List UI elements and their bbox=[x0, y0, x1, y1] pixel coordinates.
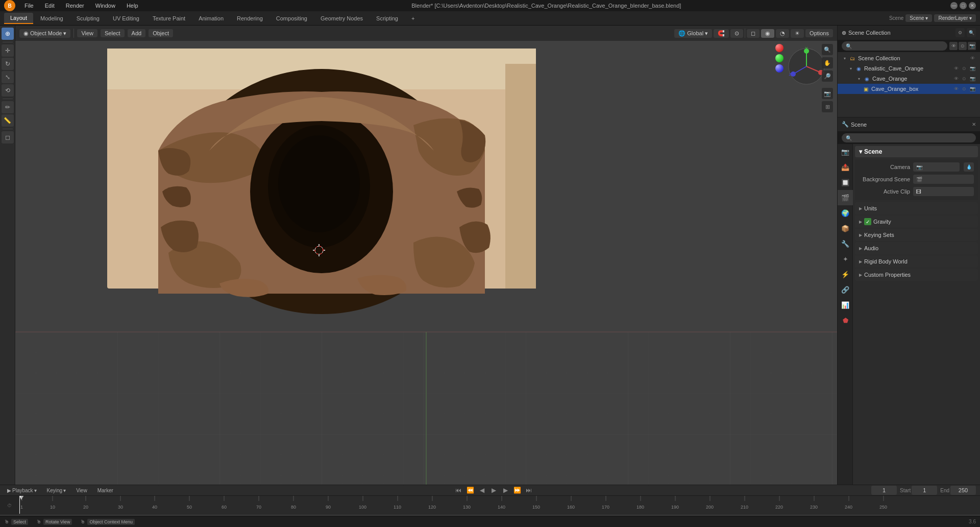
timeline-scrubber[interactable]: ⏱ 1 10 20 30 40 50 bbox=[0, 496, 980, 515]
scene-selector[interactable]: Scene ▾ bbox=[905, 14, 932, 22]
outliner-item-cave-orange[interactable]: ▾ ◉ Cave_Orange 👁 ⊙ 📷 bbox=[838, 74, 980, 84]
outliner-filter-sel[interactable]: ⊙ bbox=[959, 42, 967, 50]
prop-icon-output[interactable]: 📤 bbox=[838, 159, 853, 175]
outliner-filter-render[interactable]: 📷 bbox=[968, 42, 976, 50]
start-frame-input[interactable]: 1 bbox=[912, 486, 937, 495]
render-layer-selector[interactable]: RenderLayer ▾ bbox=[934, 14, 976, 22]
keying-menu[interactable]: Keying ▾ bbox=[44, 487, 69, 494]
prop-icon-material[interactable]: ⬟ bbox=[838, 313, 853, 328]
snap-btn[interactable]: 🧲 bbox=[714, 29, 729, 38]
viewport-camera-btn[interactable]: 📷 bbox=[822, 88, 833, 99]
prop-icon-view-layer[interactable]: 🔲 bbox=[838, 175, 853, 190]
outliner-vis-btn-2[interactable]: 👁 bbox=[952, 85, 960, 92]
add-cube-tool[interactable]: ◻ bbox=[2, 131, 14, 143]
title-menu-help[interactable]: Help bbox=[122, 2, 142, 10]
audio-section-header[interactable]: ▶ Audio bbox=[855, 242, 978, 254]
title-menu-file[interactable]: File bbox=[20, 2, 38, 10]
rotate-tool[interactable]: ↻ bbox=[2, 58, 14, 70]
step-fwd-btn[interactable]: ▶ bbox=[500, 485, 510, 495]
camera-eyedropper[interactable]: 💧 bbox=[964, 162, 974, 172]
tab-add[interactable]: + bbox=[405, 13, 421, 23]
outliner-vis-btn-0[interactable]: 👁 bbox=[952, 65, 960, 72]
prop-icon-render[interactable]: 📷 bbox=[838, 144, 853, 159]
viewport[interactable]: ◉ Object Mode ▾ View Select Add Object 🌐… bbox=[15, 26, 837, 485]
scene-section-header[interactable]: ▾ Scene bbox=[855, 146, 978, 157]
maximize-button[interactable]: □ bbox=[960, 2, 967, 9]
tab-compositing[interactable]: Compositing bbox=[270, 13, 313, 23]
title-menu-window[interactable]: Window bbox=[91, 2, 119, 10]
viewport-add-btn[interactable]: Add bbox=[128, 29, 146, 37]
prop-icon-data[interactable]: 📊 bbox=[838, 297, 853, 313]
tab-layout[interactable]: Layout bbox=[4, 13, 33, 24]
gravity-checkbox[interactable]: ✓ bbox=[864, 218, 871, 225]
marker-menu[interactable]: Marker bbox=[94, 487, 116, 494]
move-tool[interactable]: ✛ bbox=[2, 44, 14, 57]
annotate-tool[interactable]: ✏ bbox=[2, 101, 14, 113]
viewport-options-btn[interactable]: Options bbox=[805, 29, 833, 37]
step-back-btn[interactable]: ◀ bbox=[477, 485, 487, 495]
outliner-item-cave-orange-box[interactable]: ▣ Cave_Orange_box 👁 ⊙ 📷 bbox=[838, 84, 980, 94]
timeline-track[interactable]: 1 10 20 30 40 50 60 70 80 90 bbox=[19, 496, 980, 515]
minimize-button[interactable]: — bbox=[950, 2, 958, 9]
measure-tool[interactable]: 📏 bbox=[2, 114, 14, 127]
viewport-gizmo[interactable]: Y X Z bbox=[786, 46, 827, 87]
prop-icon-scene[interactable]: 🎬 bbox=[838, 190, 853, 205]
viewport-shading-render[interactable]: ☀ bbox=[791, 29, 804, 38]
outliner-restrict-btn-2[interactable]: ⊙ bbox=[961, 85, 968, 92]
outliner-render-btn-0[interactable]: 📷 bbox=[969, 65, 976, 72]
timeline-view-menu[interactable]: View bbox=[73, 487, 90, 494]
viewport-object-btn[interactable]: Object bbox=[149, 29, 173, 37]
gravity-section-header[interactable]: ▶ ✓ Gravity bbox=[855, 215, 978, 228]
viewport-shading-solid[interactable]: ◉ bbox=[761, 29, 774, 38]
viewport-hand-btn[interactable]: ✋ bbox=[822, 57, 833, 68]
jump-next-key-btn[interactable]: ⏩ bbox=[512, 485, 522, 495]
keying-sets-section-header[interactable]: ▶ Keying Sets bbox=[855, 229, 978, 241]
prop-icon-world[interactable]: 🌍 bbox=[838, 205, 853, 221]
tab-texture-paint[interactable]: Texture Paint bbox=[146, 13, 191, 23]
transform-tool[interactable]: ⟲ bbox=[2, 84, 14, 97]
outliner-render-btn-1[interactable]: 📷 bbox=[969, 75, 976, 82]
prop-icon-modifier[interactable]: 🔧 bbox=[838, 236, 853, 251]
outliner-vis-btn[interactable]: 👁 bbox=[969, 55, 976, 62]
viewport-shading-material[interactable]: ◔ bbox=[776, 29, 789, 38]
viewport-view-btn[interactable]: View bbox=[77, 29, 97, 37]
prop-icon-object[interactable]: 📦 bbox=[838, 221, 853, 236]
outliner-search-input[interactable]: 🔍 bbox=[842, 41, 947, 51]
outliner-item-scene-collection[interactable]: ▾ 🗂 Scene Collection 👁 bbox=[838, 53, 980, 63]
tab-uv-editing[interactable]: UV Editing bbox=[107, 13, 145, 23]
title-menu-render[interactable]: Render bbox=[62, 2, 88, 10]
jump-start-btn[interactable]: ⏮ bbox=[453, 485, 463, 495]
properties-search-input[interactable]: 🔍 bbox=[842, 133, 976, 142]
viewport-zoom-btn[interactable]: 🔎 bbox=[822, 70, 833, 82]
units-section-header[interactable]: ▶ Units bbox=[855, 202, 978, 214]
cursor-tool[interactable]: ⊕ bbox=[2, 28, 14, 40]
viewport-shading-wire[interactable]: ◻ bbox=[747, 29, 760, 38]
prop-icon-physics[interactable]: ⚡ bbox=[838, 267, 853, 282]
play-btn[interactable]: ▶ bbox=[488, 485, 499, 495]
object-mode-btn[interactable]: ◉ Object Mode ▾ bbox=[19, 29, 70, 38]
tab-modeling[interactable]: Modeling bbox=[34, 13, 69, 23]
custom-properties-section-header[interactable]: ▶ Custom Properties bbox=[855, 269, 978, 281]
x-gizmo-sphere[interactable] bbox=[775, 44, 783, 52]
viewport-select-btn[interactable]: Select bbox=[101, 29, 125, 37]
rigid-body-world-section-header[interactable]: ▶ Rigid Body World bbox=[855, 255, 978, 268]
playback-menu[interactable]: ▶ Playback ▾ bbox=[4, 487, 40, 494]
outliner-filter-btn[interactable]: ⚙ bbox=[955, 28, 965, 37]
tab-animation[interactable]: Animation bbox=[192, 13, 230, 23]
active-clip-value[interactable]: 🎞 bbox=[913, 187, 974, 196]
outliner-restrict-btn-1[interactable]: ⊙ bbox=[961, 75, 968, 82]
scale-tool[interactable]: ⤡ bbox=[2, 71, 14, 83]
transform-global-btn[interactable]: 🌐 Global ▾ bbox=[674, 29, 712, 38]
viewport-search-btn[interactable]: 🔍 bbox=[822, 44, 833, 55]
close-button[interactable]: ✕ bbox=[969, 2, 976, 9]
camera-value[interactable]: 📷 bbox=[913, 162, 960, 172]
outliner-restrict-btn-0[interactable]: ⊙ bbox=[961, 65, 968, 72]
z-gizmo-sphere[interactable] bbox=[775, 64, 783, 73]
outliner-vis-btn-1[interactable]: 👁 bbox=[952, 75, 960, 82]
bg-scene-value[interactable]: 🎬 bbox=[913, 175, 974, 184]
title-menu-edit[interactable]: Edit bbox=[41, 2, 59, 10]
tab-geometry-nodes[interactable]: Geometry Nodes bbox=[314, 13, 369, 23]
viewport-canvas[interactable]: Y X Z 🔍 ✋ bbox=[15, 26, 837, 485]
outliner-item-realistic-cave[interactable]: ▾ ◉ Realistic_Cave_Orange 👁 ⊙ 📷 bbox=[838, 63, 980, 74]
outliner-render-btn-2[interactable]: 📷 bbox=[969, 85, 976, 92]
